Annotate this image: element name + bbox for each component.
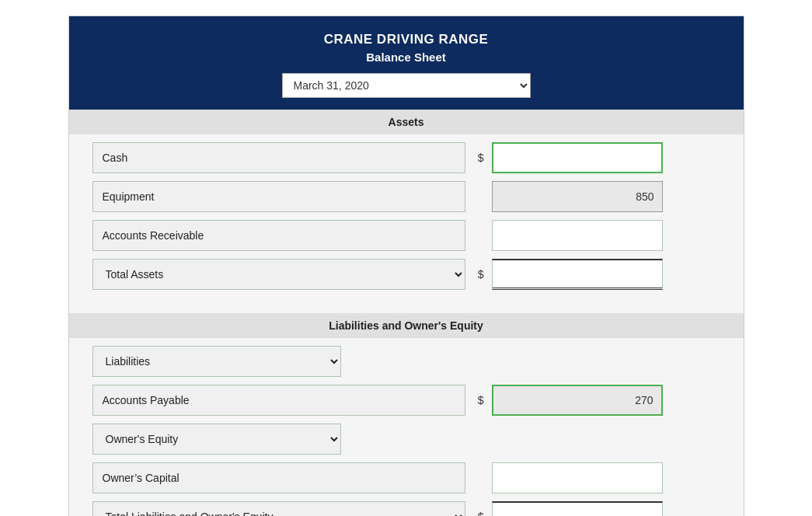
liabilities-section-header: Liabilities and Owner's Equity (69, 313, 744, 338)
liabilities-row: Liabilities (92, 346, 720, 377)
owners-capital-text: Owner’s Capital (103, 472, 179, 484)
equipment-label: Equipment (92, 181, 465, 212)
header: CRANE DRIVING RANGE Balance Sheet March … (69, 16, 744, 110)
accounts-payable-row: Accounts Payable $ (92, 385, 720, 416)
total-liabilities-select[interactable]: Total Liabilities and Owner's Equity (93, 502, 465, 516)
owners-equity-row: Owner's Equity (92, 424, 720, 455)
total-assets-select[interactable]: Total Assets (93, 260, 465, 289)
liabilities-label: Liabilities (92, 346, 341, 377)
total-assets-dollar: $ (473, 268, 484, 281)
accounts-receivable-label: Accounts Receivable (92, 220, 465, 251)
equipment-input[interactable] (492, 181, 663, 212)
cash-input[interactable] (492, 142, 663, 173)
assets-section-header: Assets (69, 110, 744, 134)
accounts-receivable-text: Accounts Receivable (103, 229, 204, 242)
owners-capital-input[interactable] (492, 462, 663, 493)
total-liabilities-dollar: $ (473, 511, 484, 516)
total-liabilities-row: Total Liabilities and Owner's Equity $ (92, 501, 720, 516)
owners-capital-label: Owner’s Capital (92, 462, 465, 493)
owners-capital-row: Owner’s Capital (92, 462, 720, 493)
assets-content: Cash $ Equipment Accounts Receivable (69, 134, 744, 313)
total-assets-row: Total Assets $ (92, 259, 720, 290)
accounts-receivable-input[interactable] (492, 220, 663, 251)
company-name: CRANE DRIVING RANGE (77, 32, 736, 47)
owners-equity-label: Owner's Equity (92, 424, 341, 455)
cash-dollar: $ (473, 152, 484, 164)
date-selector-row: March 31, 2020 April 30, 2020 May 31, 20… (77, 73, 736, 98)
liabilities-content: Liabilities Accounts Payable $ Owner's E… (69, 338, 744, 516)
owners-equity-select[interactable]: Owner's Equity (93, 424, 340, 454)
accounts-receivable-row: Accounts Receivable (92, 220, 720, 251)
cash-text: Cash (103, 152, 128, 164)
cash-row: Cash $ (92, 142, 720, 173)
total-assets-input[interactable] (492, 259, 663, 290)
balance-sheet-card: CRANE DRIVING RANGE Balance Sheet March … (68, 16, 744, 516)
total-liabilities-input[interactable] (492, 501, 663, 516)
total-liabilities-label: Total Liabilities and Owner's Equity (92, 501, 465, 516)
liabilities-select[interactable]: Liabilities (93, 347, 340, 376)
accounts-payable-input[interactable] (492, 385, 663, 416)
ap-dollar: $ (473, 394, 484, 406)
cash-label: Cash (92, 142, 465, 173)
sheet-title: Balance Sheet (77, 51, 736, 64)
accounts-payable-label: Accounts Payable (92, 385, 465, 416)
accounts-payable-text: Accounts Payable (103, 394, 190, 406)
date-select[interactable]: March 31, 2020 April 30, 2020 May 31, 20… (282, 73, 531, 98)
equipment-row: Equipment (92, 181, 720, 212)
total-assets-label: Total Assets (92, 259, 465, 290)
equipment-text: Equipment (103, 190, 155, 203)
